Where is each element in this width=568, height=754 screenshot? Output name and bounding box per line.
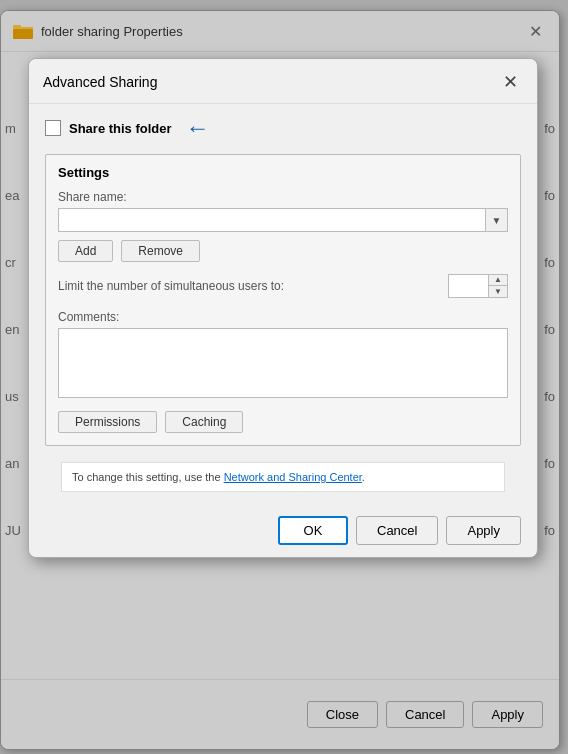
settings-group: Settings Share name: ▼ Add Remove Limit …: [45, 154, 521, 446]
share-name-input-row: ▼: [58, 208, 508, 232]
dialog-title: Advanced Sharing: [43, 74, 157, 90]
users-spinner: ▲ ▼: [448, 274, 508, 298]
add-button[interactable]: Add: [58, 240, 113, 262]
cancel-button[interactable]: Cancel: [356, 516, 438, 545]
network-bar: To change this setting, use the Network …: [61, 462, 505, 492]
users-row: Limit the number of simultaneous users t…: [58, 274, 508, 298]
share-name-dropdown-button[interactable]: ▼: [486, 208, 508, 232]
advanced-sharing-dialog: Advanced Sharing ✕ Share this folder ← S…: [28, 58, 538, 558]
users-limit-label: Limit the number of simultaneous users t…: [58, 279, 284, 293]
network-bar-text: To change this setting, use the: [72, 471, 224, 483]
comments-label: Comments:: [58, 310, 508, 324]
spinner-up-button[interactable]: ▲: [489, 275, 507, 286]
apply-button[interactable]: Apply: [446, 516, 521, 545]
permissions-button[interactable]: Permissions: [58, 411, 157, 433]
share-folder-label: Share this folder: [69, 121, 172, 136]
comments-textarea[interactable]: [58, 328, 508, 398]
users-spinner-input[interactable]: [448, 274, 488, 298]
dialog-footer: OK Cancel Apply: [29, 508, 537, 557]
caching-button[interactable]: Caching: [165, 411, 243, 433]
add-remove-row: Add Remove: [58, 240, 508, 262]
network-sharing-center-link[interactable]: Network and Sharing Center: [224, 471, 362, 483]
share-name-input[interactable]: [58, 208, 486, 232]
network-bar-end: .: [362, 471, 365, 483]
spinner-buttons: ▲ ▼: [488, 274, 508, 298]
dialog-titlebar: Advanced Sharing ✕: [29, 59, 537, 104]
share-name-label: Share name:: [58, 190, 508, 204]
dialog-body: Share this folder ← Settings Share name:…: [29, 104, 537, 508]
blue-arrow-icon: ←: [186, 116, 210, 140]
settings-legend: Settings: [58, 165, 508, 180]
perms-row: Permissions Caching: [58, 411, 508, 433]
remove-button[interactable]: Remove: [121, 240, 200, 262]
spinner-down-button[interactable]: ▼: [489, 286, 507, 297]
share-folder-checkbox[interactable]: [45, 120, 61, 136]
share-folder-row: Share this folder ←: [45, 116, 521, 140]
dialog-close-button[interactable]: ✕: [497, 69, 523, 95]
ok-button[interactable]: OK: [278, 516, 348, 545]
